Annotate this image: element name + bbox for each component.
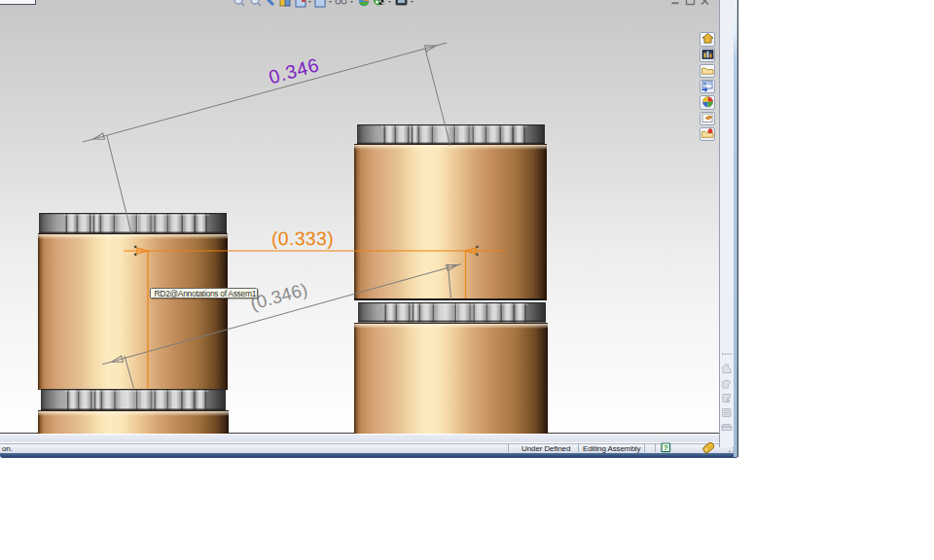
svg-text:(0.333): (0.333) — [271, 228, 334, 250]
svg-text:0.346: 0.346 — [267, 54, 322, 88]
